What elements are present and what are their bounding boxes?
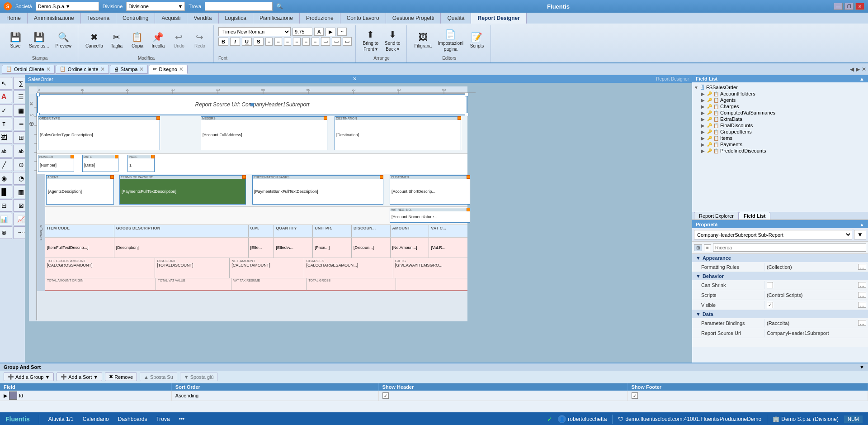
field-number[interactable]: NUMBER [Number]	[38, 155, 74, 172]
scripts-prop-btn[interactable]: …	[858, 292, 866, 298]
save-button[interactable]: 💾 Save	[5, 30, 25, 50]
props-section-appearance[interactable]: ▼ Appearance	[692, 254, 868, 262]
field-banks[interactable]: PRESENTATION BANKS [PaymentsBankFullText…	[252, 175, 383, 205]
border-btn1[interactable]: ▭	[321, 37, 330, 46]
anchor-address[interactable]	[324, 116, 327, 120]
filigrana-button[interactable]: 🖼 Filigrana	[411, 30, 434, 50]
tab-vendita[interactable]: Vendita	[187, 13, 218, 24]
props-section-data[interactable]: ▼ Data	[692, 310, 868, 318]
field-order-type[interactable]: ORDER TYPE [SalesOrderType.Description]	[38, 116, 160, 150]
company-selector[interactable]: Demo S.p.a. ▼	[36, 2, 99, 11]
status-activities[interactable]: Attività 1/1	[48, 416, 74, 422]
tab-produzione[interactable]: Produzione	[300, 13, 340, 24]
tab-report-designer[interactable]: Report Designer	[471, 13, 526, 24]
field-address[interactable]: MESSRS [Account.FullAddress]	[201, 116, 327, 150]
props-sort-alpha[interactable]: ≡	[704, 244, 711, 251]
tab-home[interactable]: Home	[0, 13, 28, 24]
tree-extra-data[interactable]: ▶ 🔑 📋 ExtraData	[701, 116, 866, 122]
props-sort-category[interactable]: ⊞	[694, 244, 702, 251]
can-shrink-btn[interactable]: …	[858, 282, 866, 288]
ordine-cliente-close[interactable]: ✕	[100, 66, 105, 72]
show-header-check[interactable]: ✓	[382, 392, 389, 399]
border-btn2[interactable]: ▭	[332, 37, 341, 46]
tree-charges[interactable]: ▶ 🔑 📋 Charges	[701, 103, 866, 110]
visible-checkbox[interactable]	[767, 302, 773, 308]
impostazioni-button[interactable]: 📄 Impostazioni pagina	[435, 27, 466, 53]
param-bindings-btn[interactable]: …	[858, 320, 866, 326]
anchor-banks[interactable]	[380, 175, 383, 179]
anchor-page[interactable]	[151, 155, 155, 158]
font-size-input[interactable]	[292, 28, 312, 36]
tab-controlling[interactable]: Controlling	[116, 13, 155, 24]
tree-predefined-discounts[interactable]: ▶ 🔑 📋 PredefinedDiscounts	[701, 148, 866, 154]
tree-grouped-items[interactable]: ▶ 🔑 📋 GroupedItems	[701, 129, 866, 135]
anchor-destination[interactable]	[458, 116, 461, 120]
gauge2-tool[interactable]: ⊚	[0, 226, 12, 239]
send-to-back-button[interactable]: ⬇ Send to Back ▾	[382, 27, 403, 53]
tab-acquisti[interactable]: Acquisti	[155, 13, 187, 24]
underline-button[interactable]: U	[242, 38, 252, 46]
align-center-button[interactable]: ≡	[274, 38, 282, 46]
handle-tl[interactable]	[36, 93, 40, 96]
align-top-button[interactable]: ≡	[302, 38, 310, 46]
field-payment-terms[interactable]: TERMS OF PAYMENT [PaymentsFullTextDescri…	[119, 175, 246, 205]
field-date[interactable]: DATE [Date]	[82, 155, 118, 172]
tabs-close-all[interactable]: ✕	[862, 66, 866, 72]
circle-tool[interactable]: ◉	[0, 172, 12, 185]
bold-button[interactable]: B	[218, 38, 228, 46]
salesorder-close[interactable]: ✕	[353, 76, 357, 82]
props-search-input[interactable]	[713, 244, 866, 252]
chart-tool[interactable]: 📊	[0, 213, 12, 225]
report-explorer-tab[interactable]: Report Explorer	[694, 212, 739, 220]
font-color-button[interactable]: A	[314, 28, 324, 36]
tab-disegno[interactable]: ✏ Disegno ✕	[149, 65, 187, 74]
props-component-select[interactable]: CompanyHeaderSubreport Sub-Report	[694, 230, 852, 239]
stampa-tab-close[interactable]: ✕	[139, 66, 144, 72]
tab-logistica[interactable]: Logistica	[219, 13, 253, 24]
anchor-vat[interactable]	[467, 208, 470, 211]
minimize-btn[interactable]: —	[834, 3, 843, 10]
statusbar-app-name[interactable]: Fluentis	[5, 415, 30, 423]
taglia-button[interactable]: ✂ Taglia	[107, 30, 127, 50]
align-middle-button[interactable]: ≡	[311, 38, 319, 46]
cancella-button[interactable]: ✖ Cancella	[83, 30, 106, 50]
remove-btn[interactable]: ✖ Remove	[105, 372, 137, 381]
anchor-agent[interactable]	[110, 175, 114, 179]
field-vat[interactable]: VAT REG. NO. [Account.Nomenclature...	[390, 208, 470, 223]
tab-gestione-progetti[interactable]: Gestione Progetti	[386, 13, 441, 24]
handle-tr[interactable]	[465, 93, 468, 96]
preview-button[interactable]: 🔍 Preview	[52, 30, 74, 50]
bring-to-front-button[interactable]: ⬆ Bring to Front ▾	[360, 27, 381, 53]
align-left-button[interactable]: ≡	[265, 38, 273, 46]
anchor-payment[interactable]	[242, 175, 246, 179]
anchor-date[interactable]	[115, 155, 118, 158]
status-trova[interactable]: Trova	[156, 416, 170, 422]
undo-button[interactable]: ↩ Undo	[169, 30, 189, 50]
field-page[interactable]: PAGE 1	[127, 155, 155, 172]
align-right-button[interactable]: ≡	[284, 38, 291, 46]
status-calendario[interactable]: Calendario	[83, 416, 109, 422]
barcode-tool[interactable]: ▐▌	[0, 186, 12, 198]
tree-payments[interactable]: ▶ 🔑 📋 Payments	[701, 141, 866, 148]
disegno-close[interactable]: ✕	[179, 66, 184, 72]
tab-tesoreria[interactable]: Tesoreria	[81, 13, 116, 24]
ordini-cliente-close[interactable]: ✕	[46, 66, 51, 72]
field-destination[interactable]: DESTINATION [Destination]	[335, 116, 461, 150]
tab-pianificazione[interactable]: Pianificazione	[253, 13, 300, 24]
tab-amministrazione[interactable]: Amministrazione	[28, 13, 81, 24]
tree-computed-vat[interactable]: ▶ 🔑 📋 ComputedVatSummaries	[701, 110, 866, 116]
italic-button[interactable]: I	[230, 38, 240, 46]
highlight-button[interactable]: ▶	[326, 28, 335, 36]
close-btn[interactable]: ✕	[855, 3, 864, 10]
formatting-rules-btn[interactable]: …	[858, 264, 866, 270]
check-tool[interactable]: ✓	[0, 104, 12, 117]
line-draw-tool[interactable]: ╱	[0, 158, 12, 171]
table2-tool[interactable]: ⊟	[0, 199, 12, 212]
tabs-scroll-right[interactable]: ▶	[856, 66, 860, 72]
border-btn3[interactable]: ▭	[343, 37, 352, 46]
tab-conto-lavoro[interactable]: Conto Lavoro	[340, 13, 386, 24]
label-tool[interactable]: T	[0, 118, 12, 130]
tab-qualita[interactable]: Qualità	[441, 13, 471, 24]
visible-btn[interactable]: …	[858, 302, 866, 308]
division-selector[interactable]: Divisione ▼	[126, 2, 185, 11]
